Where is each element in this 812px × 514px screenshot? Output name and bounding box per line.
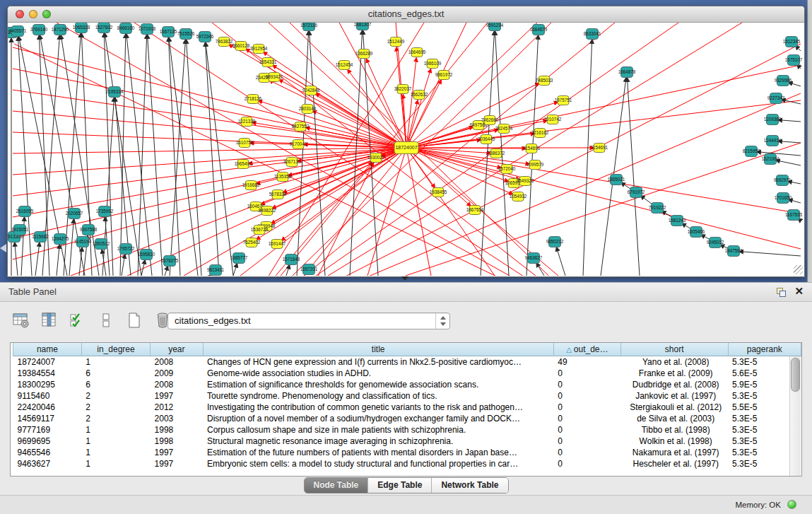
- graph-node[interactable]: 2036445: [478, 135, 495, 144]
- graph-node[interactable]: 1572116: [300, 23, 318, 31]
- graph-edge[interactable]: [69, 219, 73, 276]
- graph-node[interactable]: 3769140: [30, 25, 48, 35]
- graph-node[interactable]: 3822037: [394, 85, 412, 94]
- table-row[interactable]: 1872400712008Changes of HCN gene express…: [13, 356, 801, 368]
- table-row[interactable]: 977716911998Corpus callosum shape and si…: [13, 424, 801, 436]
- graph-node[interactable]: 1657201: [300, 264, 318, 275]
- graph-node[interactable]: 1678275: [161, 256, 179, 267]
- graph-edge[interactable]: [122, 255, 125, 276]
- graph-node[interactable]: 1527602: [95, 23, 113, 33]
- graph-node[interactable]: 8466160: [117, 23, 135, 34]
- graph-edge[interactable]: [406, 23, 466, 148]
- network-graph[interactable]: 9133821940557137691401471290106532815276…: [8, 23, 803, 276]
- graph-edge[interactable]: [627, 78, 640, 276]
- graph-node[interactable]: 1244419: [764, 136, 782, 146]
- table-row[interactable]: 911546021997Tourette syndrome. Phenomeno…: [13, 390, 801, 402]
- table-selector-dropdown[interactable]: citations_edges.txt: [167, 313, 450, 329]
- column-header-in_degree[interactable]: in_degree: [81, 343, 150, 356]
- graph-node[interactable]: 1135358: [274, 173, 292, 182]
- graph-node[interactable]: 1167533: [785, 210, 803, 221]
- zoom-window-button[interactable]: [42, 10, 51, 18]
- graph-edge[interactable]: [406, 148, 801, 214]
- column-header-title[interactable]: title: [203, 343, 553, 356]
- graph-node[interactable]: 1695810: [138, 250, 155, 260]
- graph-edge[interactable]: [778, 120, 801, 122]
- graph-node[interactable]: 8498222: [259, 206, 276, 216]
- close-window-button[interactable]: [16, 10, 24, 18]
- graph-node[interactable]: 1691447: [269, 240, 286, 249]
- graph-node[interactable]: 9463627: [525, 253, 543, 264]
- column-header-name[interactable]: name: [13, 343, 82, 356]
- graph-edge[interactable]: [233, 143, 801, 276]
- graph-node[interactable]: 9227343: [767, 93, 785, 104]
- resize-grip-icon[interactable]: [794, 265, 803, 274]
- graph-edge[interactable]: [536, 263, 544, 276]
- graph-node[interactable]: 1847563: [725, 246, 743, 257]
- selection-mode-button[interactable]: [68, 311, 88, 331]
- network-window-titlebar[interactable]: citations_edges.txt: [8, 6, 804, 23]
- graph-node[interactable]: 1938455: [430, 188, 447, 197]
- graph-node[interactable]: 7515526: [177, 29, 195, 40]
- graph-edge[interactable]: [318, 163, 373, 276]
- table-mode-button[interactable]: [11, 311, 31, 331]
- tab-node-table[interactable]: Node Table: [304, 478, 368, 493]
- close-panel-icon[interactable]: ✕: [794, 285, 804, 298]
- graph-node[interactable]: 9245012: [707, 238, 724, 248]
- graph-node[interactable]: 3915051: [11, 225, 29, 235]
- table-row[interactable]: 1830029562008Estimation of significance …: [13, 379, 801, 390]
- graph-node[interactable]: 9591234: [486, 23, 504, 31]
- tab-network-table[interactable]: Network Table: [432, 478, 507, 493]
- table-row[interactable]: 946554611997Estimation of the future num…: [13, 447, 801, 458]
- table-row[interactable]: 1456911722003Disruption of a novel membe…: [13, 413, 801, 424]
- graph-node[interactable]: 9813411: [207, 265, 225, 276]
- graph-node[interactable]: 9405571: [9, 26, 27, 37]
- float-panel-icon[interactable]: [777, 288, 785, 296]
- scrollbar-thumb[interactable]: [791, 358, 800, 392]
- graph-edge[interactable]: [57, 245, 59, 276]
- graph-node[interactable]: 1154691: [591, 144, 608, 153]
- graph-node[interactable]: 8215953: [743, 146, 760, 157]
- graph-edge[interactable]: [526, 35, 539, 276]
- graph-node[interactable]: 9329986: [775, 76, 792, 86]
- graph-node[interactable]: 1209382: [764, 115, 782, 125]
- graph-node[interactable]: 5972346: [196, 32, 214, 42]
- graph-node[interactable]: 18724007: [394, 142, 418, 154]
- network-canvas[interactable]: 9133821940557137691401471290106532815276…: [8, 23, 804, 276]
- create-column-button[interactable]: [124, 311, 144, 331]
- graph-node[interactable]: 1664695: [408, 48, 426, 57]
- graph-node[interactable]: 1065328: [73, 23, 90, 33]
- collapse-arrow-icon[interactable]: [0, 244, 6, 252]
- splitter-handle-icon[interactable]: [401, 276, 408, 281]
- graph-node[interactable]: 1654331: [259, 58, 277, 67]
- graph-node[interactable]: 1701650: [775, 193, 792, 204]
- column-header-pagerank[interactable]: pagerank: [728, 343, 801, 356]
- column-header-year[interactable]: year: [151, 343, 203, 356]
- graph-node[interactable]: 9170041: [290, 140, 307, 149]
- graph-node[interactable]: 3216162: [531, 129, 549, 138]
- graph-node[interactable]: 9692971: [774, 175, 792, 186]
- graph-node[interactable]: 9154691: [523, 144, 541, 153]
- tab-edge-table[interactable]: Edge Table: [368, 478, 432, 493]
- graph-edge[interactable]: [205, 42, 219, 276]
- minimize-window-button[interactable]: [29, 10, 37, 18]
- graph-node[interactable]: 1975751: [555, 96, 572, 105]
- graph-node[interactable]: 1575107: [785, 55, 803, 66]
- graph-edge[interactable]: [148, 35, 163, 276]
- graph-node[interactable]: 1512454: [336, 61, 353, 70]
- graph-node[interactable]: 1054932: [510, 192, 527, 201]
- graph-edge[interactable]: [13, 148, 406, 153]
- graph-edge[interactable]: [778, 141, 801, 143]
- show-columns-button[interactable]: [40, 311, 59, 331]
- table-row[interactable]: 946362711997Embryonic stem cells: a mode…: [13, 458, 801, 469]
- graph-node[interactable]: 2803144: [299, 105, 317, 114]
- graph-node[interactable]: 8660128: [233, 42, 250, 51]
- graph-node[interactable]: 1010742: [544, 115, 562, 124]
- graph-node[interactable]: 1664679: [530, 25, 548, 35]
- graph-node[interactable]: 1471290: [52, 25, 69, 35]
- graph-edge[interactable]: [406, 58, 416, 148]
- graph-node[interactable]: 1986109: [424, 59, 442, 69]
- graph-node[interactable]: 8633041: [584, 29, 601, 40]
- column-header-out_de[interactable]: △out_de…: [553, 343, 620, 356]
- graph-node[interactable]: 5678334: [269, 190, 287, 199]
- graph-node[interactable]: 1664878: [618, 67, 636, 78]
